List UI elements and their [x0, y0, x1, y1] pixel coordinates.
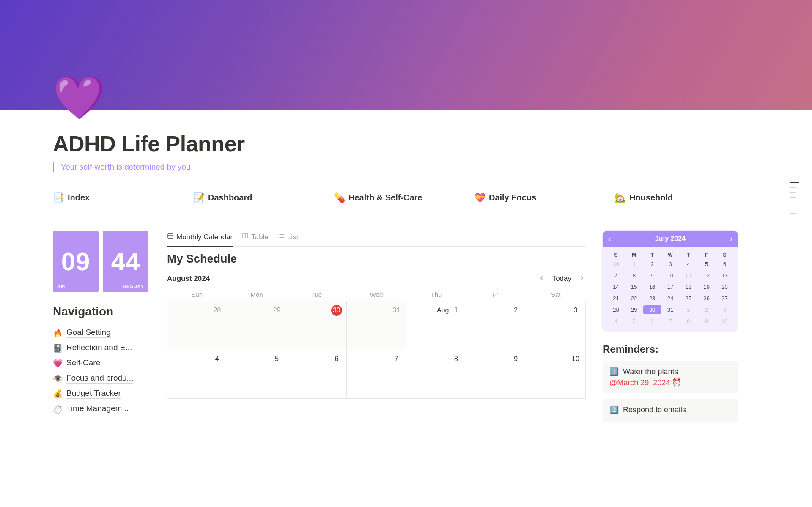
- nav-emoji: ⏱️: [53, 404, 63, 414]
- nav-item[interactable]: 👁️Focus and produ...: [53, 371, 150, 386]
- mini-day[interactable]: 19: [697, 282, 716, 291]
- top-tab-health-self-care[interactable]: 💊Health & Self-Care: [334, 192, 457, 203]
- calendar-cell[interactable]: 29: [227, 301, 287, 350]
- mini-day[interactable]: 24: [661, 294, 680, 303]
- mini-day[interactable]: 13: [716, 271, 734, 280]
- mini-day[interactable]: 5: [625, 317, 643, 326]
- mini-day[interactable]: 26: [697, 294, 716, 303]
- top-tab-daily-focus[interactable]: 💝Daily Focus: [474, 192, 598, 203]
- nav-emoji: 👁️: [53, 374, 63, 384]
- mini-day[interactable]: 2: [697, 305, 716, 314]
- mini-day[interactable]: 6: [643, 317, 661, 326]
- view-tab-calendar[interactable]: Monthly Calendar: [167, 231, 233, 247]
- prev-month-icon[interactable]: [538, 273, 546, 284]
- top-tab-dashboard[interactable]: 📝Dashboard: [193, 192, 317, 203]
- mini-day[interactable]: 23: [643, 294, 661, 303]
- svg-point-9: [278, 236, 279, 236]
- nav-label: Goal Setting: [66, 328, 111, 338]
- calendar-cell[interactable]: 4: [167, 350, 227, 399]
- nav-item[interactable]: 💰Budget Tracker: [53, 386, 150, 401]
- mini-day[interactable]: 5: [697, 260, 716, 269]
- day-number: 3: [570, 305, 581, 316]
- mini-day[interactable]: 27: [716, 294, 734, 303]
- calendar-cell[interactable]: 9: [466, 350, 526, 399]
- view-tab-list[interactable]: List: [278, 231, 298, 247]
- calendar-cell[interactable]: 7: [347, 350, 406, 399]
- mini-day[interactable]: 8: [625, 271, 643, 280]
- mini-day[interactable]: 3: [661, 260, 680, 269]
- today-button[interactable]: Today: [552, 274, 571, 283]
- mini-next-icon[interactable]: [729, 236, 733, 243]
- dow-label: Wed: [346, 288, 406, 301]
- mini-day[interactable]: 12: [697, 271, 716, 280]
- tab-emoji: 💊: [334, 192, 345, 203]
- top-tab-household[interactable]: 🏡Household: [614, 192, 738, 203]
- next-month-icon[interactable]: [577, 273, 586, 284]
- reminder-item[interactable]: 1️⃣ Water the plantsMarch 29, 2024 ⏰: [603, 361, 738, 393]
- calendar-cell[interactable]: 5: [227, 350, 287, 399]
- nav-item[interactable]: 🔥Goal Setting: [53, 325, 150, 340]
- calendar-cell[interactable]: 3: [526, 301, 586, 350]
- mini-day[interactable]: 2: [643, 260, 661, 269]
- mini-day[interactable]: 7: [607, 271, 625, 280]
- calendar-cell[interactable]: 8: [406, 350, 466, 399]
- mini-day[interactable]: 15: [625, 282, 643, 291]
- clock-minute: 44: [111, 247, 140, 276]
- calendar-cell[interactable]: 30: [287, 301, 347, 350]
- mini-day[interactable]: 3: [716, 305, 734, 314]
- calendar-cell[interactable]: 2: [466, 301, 526, 350]
- mini-day[interactable]: 9: [643, 271, 661, 280]
- nav-item[interactable]: ⏱️Time Managem...: [53, 401, 150, 417]
- mini-day[interactable]: 16: [643, 282, 661, 291]
- mini-day[interactable]: 9: [697, 317, 716, 326]
- mini-day[interactable]: 1: [625, 260, 643, 269]
- mini-day[interactable]: 17: [661, 282, 680, 291]
- calendar-cell[interactable]: Aug1: [406, 301, 466, 350]
- clock-minute-tile: 44 TUESDAY: [103, 231, 148, 292]
- view-tab-table[interactable]: Table: [242, 231, 269, 247]
- mini-day[interactable]: 7: [661, 317, 680, 326]
- mini-day[interactable]: 11: [679, 271, 697, 280]
- mini-day[interactable]: 18: [679, 282, 697, 291]
- mini-dow-label: S: [607, 250, 625, 260]
- dow-label: Sun: [167, 288, 227, 301]
- mini-day[interactable]: 4: [679, 260, 697, 269]
- mini-day[interactable]: 30: [607, 260, 625, 269]
- nav-item[interactable]: 📓Reflection and E...: [53, 340, 150, 356]
- day-number: 29: [272, 305, 283, 316]
- mini-calendar-title: July 2024: [655, 235, 686, 243]
- calendar-cell[interactable]: 6: [287, 350, 347, 399]
- mini-dow-label: M: [625, 250, 643, 260]
- mini-day[interactable]: 8: [679, 317, 697, 326]
- clock-hour: 09: [61, 247, 91, 276]
- mini-day[interactable]: 10: [716, 317, 734, 326]
- mini-day[interactable]: 20: [716, 282, 734, 291]
- calendar-cell[interactable]: 10: [526, 350, 586, 399]
- nav-label: Time Managem...: [66, 404, 129, 414]
- mini-day[interactable]: 28: [607, 305, 625, 314]
- mini-day[interactable]: 25: [679, 294, 697, 303]
- mini-day[interactable]: 6: [716, 260, 734, 269]
- mini-day[interactable]: 1: [679, 305, 697, 314]
- nav-label: Reflection and E...: [66, 343, 132, 353]
- left-column: 09 AM 44 TUESDAY Navigation 🔥Goal Settin…: [53, 231, 150, 428]
- mini-day[interactable]: 30: [643, 305, 661, 314]
- reminder-item[interactable]: 2️⃣ Respond to emails: [603, 399, 738, 422]
- month-label[interactable]: August 2024: [167, 274, 210, 283]
- page-outline[interactable]: [790, 182, 799, 214]
- mini-day[interactable]: 10: [661, 271, 680, 280]
- mini-day[interactable]: 14: [607, 282, 625, 291]
- mini-day[interactable]: 31: [661, 305, 680, 314]
- mini-prev-icon[interactable]: [608, 236, 612, 243]
- mini-day[interactable]: 22: [625, 294, 643, 303]
- calendar-cell[interactable]: 31: [347, 301, 406, 350]
- svg-point-10: [278, 237, 279, 238]
- nav-item[interactable]: 💗Self-Care: [53, 356, 150, 371]
- calendar-cell[interactable]: 28: [167, 301, 227, 350]
- page-icon[interactable]: 💜: [53, 76, 106, 118]
- mini-day[interactable]: 21: [607, 294, 625, 303]
- mini-day[interactable]: 29: [625, 305, 643, 314]
- top-tab-index[interactable]: 📑Index: [53, 192, 176, 203]
- svg-point-8: [278, 234, 279, 235]
- mini-day[interactable]: 4: [607, 317, 625, 326]
